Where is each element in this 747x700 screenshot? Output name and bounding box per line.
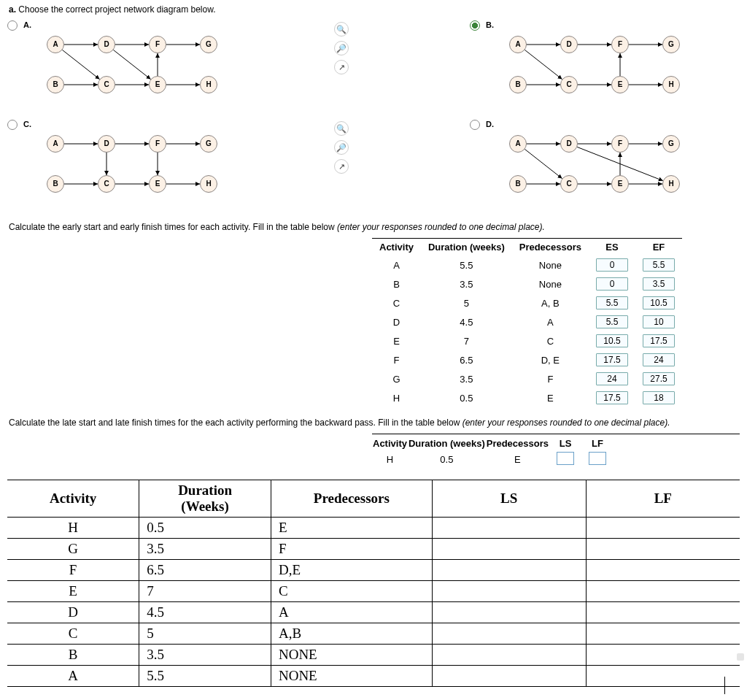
instr-es: Calculate the early start and early fini… <box>9 222 740 232</box>
big-lf-cell[interactable] <box>586 666 740 687</box>
node-b: B <box>509 175 527 193</box>
big-dur: 3.5 <box>139 645 271 666</box>
es-pred: A <box>512 312 589 331</box>
choice-c: C.ADFGBCEH🔍🔎↗ <box>7 120 338 212</box>
big-pred: A,B <box>271 623 432 645</box>
popout-icon[interactable]: ↗ <box>334 60 349 74</box>
es-row: C5A, B5.510.5 <box>372 293 682 312</box>
popout-icon[interactable]: ↗ <box>334 159 349 174</box>
es-row: E7C10.517.5 <box>372 331 682 350</box>
node-d: D <box>560 135 578 153</box>
big-lf-cell[interactable] <box>586 539 740 560</box>
big-dur: 0.5 <box>139 518 271 539</box>
ef-val: 5.5 <box>635 255 682 274</box>
big-lf-cell[interactable] <box>586 518 740 539</box>
node-b: B <box>47 175 64 193</box>
big-lf-cell[interactable] <box>586 581 740 602</box>
radio-b[interactable] <box>470 20 480 31</box>
big-ls-cell[interactable] <box>432 581 586 602</box>
es-row: H0.5E17.518 <box>372 388 682 407</box>
es-dur: 5.5 <box>421 255 512 274</box>
q-letter: a. <box>9 4 16 15</box>
es-pred: E <box>512 388 589 407</box>
big-lf-cell[interactable] <box>586 560 740 581</box>
big-lf-cell[interactable] <box>586 623 740 645</box>
es-ef-table: ActivityDuration (weeks)PredecessorsESEF… <box>372 238 682 407</box>
es-dur: 7 <box>421 331 512 350</box>
big-row: B3.5NONE <box>7 645 740 666</box>
big-act: D <box>7 602 139 623</box>
big-row: G3.5F <box>7 539 740 560</box>
q-text: Choose the correct project network diagr… <box>18 4 215 15</box>
big-h-duration: Duration(Weeks) <box>139 480 271 518</box>
node-d: D <box>98 36 115 53</box>
es-val: 0 <box>589 255 635 274</box>
big-row: F6.5D,E <box>7 560 740 581</box>
es-dur: 3.5 <box>421 369 512 388</box>
es-pred: F <box>512 369 589 388</box>
zoom-out-icon[interactable]: 🔎 <box>334 140 349 155</box>
network-diagram: ADFGBCEH🔍🔎↗ <box>487 124 747 204</box>
node-g: G <box>200 36 217 53</box>
ls-header: LS <box>549 437 581 450</box>
ls-input[interactable] <box>557 452 574 465</box>
question-prompt: a. Choose the correct project network di… <box>9 4 740 15</box>
big-ls-cell[interactable] <box>432 560 586 581</box>
radio-c[interactable] <box>7 120 18 130</box>
radio-d[interactable] <box>470 120 480 130</box>
big-pred: A <box>271 602 432 623</box>
big-ls-cell[interactable] <box>432 645 586 666</box>
es-row: F6.5D, E17.524 <box>372 350 682 369</box>
es-header: Duration (weeks) <box>421 239 512 256</box>
es-header: Predecessors <box>512 239 589 256</box>
lf-input[interactable] <box>589 452 606 465</box>
node-e: E <box>611 175 629 193</box>
big-lf-cell[interactable] <box>586 645 740 666</box>
ef-val: 18 <box>635 388 682 407</box>
network-diagram: ADFGBCEH🔍🔎↗ <box>487 25 747 105</box>
big-lf-cell[interactable] <box>586 602 740 623</box>
big-h-activity: Activity <box>7 480 139 518</box>
svg-line-6 <box>62 50 99 79</box>
node-c: C <box>560 175 578 193</box>
es-val: 24 <box>589 369 635 388</box>
big-ls-cell[interactable] <box>432 539 586 560</box>
ef-val: 17.5 <box>635 331 682 350</box>
zoom-in-icon[interactable]: 🔍 <box>334 22 349 36</box>
big-ls-cell[interactable] <box>432 602 586 623</box>
network-diagram: ADFGBCEH🔍🔎↗ <box>25 25 338 105</box>
instr-ls: Calculate the late start and late finish… <box>9 418 740 428</box>
big-row: A5.5NONE <box>7 666 740 687</box>
es-act: D <box>372 312 421 331</box>
big-dur: 7 <box>139 581 271 602</box>
choice-d: D.ADFGBCEH🔍🔎↗ <box>470 120 747 212</box>
zoom-out-icon[interactable]: 🔎 <box>334 41 349 55</box>
node-a: A <box>47 135 64 153</box>
big-dur: 4.5 <box>139 602 271 623</box>
ls-header: Predecessors <box>486 437 549 450</box>
es-header: EF <box>635 239 682 256</box>
zoom-in-icon[interactable]: 🔍 <box>334 121 349 136</box>
radio-a[interactable] <box>7 20 18 31</box>
big-ls-cell[interactable] <box>432 666 586 687</box>
big-pred: D,E <box>271 560 432 581</box>
ls-header: Duration (weeks) <box>408 437 486 450</box>
node-a: A <box>509 36 527 53</box>
node-f: F <box>149 36 166 53</box>
ef-val: 10.5 <box>635 293 682 312</box>
es-act: C <box>372 293 421 312</box>
es-pred: C <box>512 331 589 350</box>
es-row: A5.5None05.5 <box>372 255 682 274</box>
es-pred: D, E <box>512 350 589 369</box>
es-dur: 0.5 <box>421 388 512 407</box>
node-g: G <box>662 135 680 153</box>
node-e: E <box>611 76 629 93</box>
big-h-ls: LS <box>432 480 586 518</box>
big-ls-cell[interactable] <box>432 518 586 539</box>
node-h: H <box>200 175 217 193</box>
svg-line-31 <box>525 149 562 178</box>
ef-val: 27.5 <box>635 369 682 388</box>
big-h-pred: Predecessors <box>271 480 432 518</box>
node-f: F <box>149 135 166 153</box>
big-ls-cell[interactable] <box>432 623 586 645</box>
